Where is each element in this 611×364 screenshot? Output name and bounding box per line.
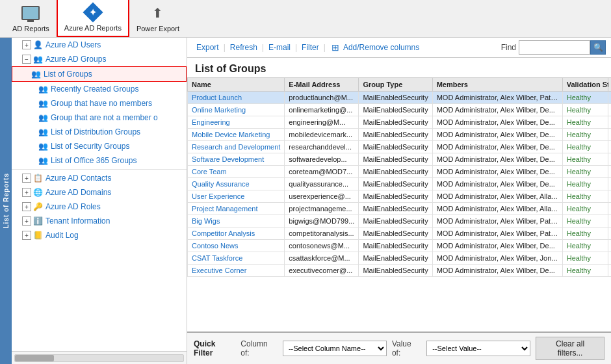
azure-ad-reports-button[interactable]: ✦ Azure AD Reports	[57, 0, 129, 37]
cell-name[interactable]: Quality Assurance	[188, 178, 285, 190]
cell-name[interactable]: Project Management	[188, 203, 285, 215]
col-desc[interactable]: Desc	[608, 78, 611, 92]
nav-list-security-groups[interactable]: 👥 List of Security Groups	[12, 139, 187, 153]
search-box: Find 🔍	[501, 40, 606, 55]
col-validation-status[interactable]: Validation Status	[562, 78, 608, 92]
cell-desc: Centra	[608, 153, 611, 166]
search-input[interactable]	[519, 40, 590, 55]
search-button[interactable]: 🔍	[590, 40, 606, 55]
ad-reports-button[interactable]: AD Reports	[5, 0, 57, 37]
expand-contacts[interactable]: +	[22, 174, 31, 183]
table-row[interactable]: Big Wigsbigwigs@MOD799...MailEnabledSecu…	[188, 215, 612, 228]
column-of-label: Column of:	[240, 339, 278, 358]
nav-list-office365-groups[interactable]: 👥 List of Office 365 Groups	[12, 153, 187, 168]
cell-email: engineering@M...	[285, 116, 359, 129]
cell-desc: Mobile	[608, 129, 611, 141]
value-select[interactable]: --Select Value--	[426, 341, 530, 356]
expand-azure-ad-users[interactable]: +	[22, 40, 31, 49]
export-button[interactable]: Export	[192, 42, 223, 53]
table-row[interactable]: Project Managementprojectmanageme...Mail…	[188, 203, 612, 215]
nav-group-not-member-of[interactable]: 👥 Group that are not a member o	[12, 110, 187, 125]
table-row[interactable]: User Experienceuserexperience@...MailEna…	[188, 190, 612, 203]
cell-status: Healthy	[562, 116, 608, 129]
cell-name[interactable]: Big Wigs	[188, 215, 285, 228]
cell-members: MOD Administrator, Alex Wilber, De...	[432, 240, 562, 252]
table-row[interactable]: Executive Cornerexecutivecorner@...MailE…	[188, 265, 612, 277]
expand-tenant[interactable]: +	[22, 216, 31, 226]
cell-group-type: MailEnabledSecurity	[359, 215, 432, 228]
nav-recently-created-groups[interactable]: 👥 Recently Created Groups	[12, 82, 187, 96]
table-row[interactable]: Research and Developmentresearchanddevel…	[188, 141, 612, 153]
value-of-label: Value of:	[392, 339, 421, 358]
left-h-scrollbar[interactable]	[14, 354, 184, 362]
nav-group-no-members[interactable]: 👥 Group that have no members	[12, 96, 187, 110]
quick-filter-bar: Quick Filter Column of: --Select Column …	[187, 332, 611, 364]
list-groups-icon: 👥	[31, 69, 41, 79]
nav-azure-ad-groups[interactable]: − 👥 Azure AD Groups	[12, 52, 187, 66]
table-row[interactable]: Core Teamcoreteam@MOD7...MailEnabledSecu…	[188, 166, 612, 178]
table-row[interactable]: Software Developmentsoftwaredevelop...Ma…	[188, 153, 612, 166]
table-row[interactable]: Quality Assurancequalityassurance...Mail…	[188, 178, 612, 190]
nav-azure-ad-users[interactable]: + 👤 Azure AD Users	[12, 38, 187, 52]
cell-name[interactable]: Product Launch	[188, 92, 285, 104]
clear-all-filters-button[interactable]: Clear all filters...	[536, 337, 604, 360]
cell-email: softwaredevelop...	[285, 153, 359, 166]
add-remove-columns-button[interactable]: ⊞ Add/Remove columns	[326, 41, 423, 54]
cell-status: Healthy	[562, 252, 608, 265]
column-select[interactable]: --Select Column Name--	[283, 341, 387, 356]
table-wrapper: Name E-Mail Address Group Type Members V…	[187, 77, 611, 332]
cell-email: csattaskforce@M...	[285, 252, 359, 265]
cell-name[interactable]: Online Marketing	[188, 104, 285, 116]
nav-azure-ad-contacts[interactable]: + 📋 Azure AD Contacts	[12, 171, 187, 185]
nav-list-of-groups-label: List of Groups	[44, 70, 92, 79]
expand-roles[interactable]: +	[22, 202, 31, 211]
not-member-icon: 👥	[38, 112, 48, 123]
col-name[interactable]: Name	[188, 78, 285, 92]
reports-sidebar-label: List of Reports	[3, 173, 10, 229]
cell-name[interactable]: Engineering	[188, 116, 285, 129]
expand-audit[interactable]: +	[22, 231, 31, 240]
cell-desc: Qualit	[608, 178, 611, 190]
reports-sidebar[interactable]: List of Reports	[0, 38, 12, 364]
cell-name[interactable]: User Experience	[188, 190, 285, 203]
nav-azure-ad-domains[interactable]: + 🌐 Azure AD Domains	[12, 185, 187, 200]
cell-status: Healthy	[562, 141, 608, 153]
cell-name[interactable]: Software Development	[188, 153, 285, 166]
cell-status: Healthy	[562, 178, 608, 190]
refresh-button[interactable]: Refresh	[226, 42, 261, 53]
table-row[interactable]: Online Marketingonlinemarketing@...MailE…	[188, 104, 612, 116]
email-button[interactable]: E-mail	[265, 42, 294, 53]
nav-list-distribution-groups[interactable]: 👥 List of Distribution Groups	[12, 125, 187, 139]
cell-name[interactable]: Competitor Analysis	[188, 228, 285, 240]
domains-icon: 🌐	[32, 187, 43, 198]
cell-members: MOD Administrator, Alex Wilber, De...	[432, 166, 562, 178]
col-members[interactable]: Members	[432, 78, 562, 92]
cell-name[interactable]: Executive Corner	[188, 265, 285, 277]
col-email[interactable]: E-Mail Address	[285, 78, 359, 92]
cell-group-type: MailEnabledSecurity	[359, 203, 432, 215]
table-row[interactable]: Contoso Newscontosonews@M...MailEnabledS…	[188, 240, 612, 252]
power-export-button[interactable]: ⬆ Power Export	[129, 0, 187, 37]
cell-name[interactable]: Research and Development	[188, 141, 285, 153]
cell-name[interactable]: CSAT Taskforce	[188, 252, 285, 265]
col-group-type[interactable]: Group Type	[359, 78, 432, 92]
table-row[interactable]: Engineeringengineering@M...MailEnabledSe…	[188, 116, 612, 129]
expand-azure-ad-groups[interactable]: −	[22, 55, 31, 64]
nav-tenant-information[interactable]: + ℹ️ Tenant Information	[12, 214, 187, 228]
cell-name[interactable]: Mobile Device Marketing	[188, 129, 285, 141]
table-row[interactable]: Competitor Analysiscompetitoranalysis...…	[188, 228, 612, 240]
cell-name[interactable]: Core Team	[188, 166, 285, 178]
find-label: Find	[501, 43, 516, 52]
table-row[interactable]: Mobile Device Marketingmobiledevicemark.…	[188, 129, 612, 141]
nav-roles-label: Azure AD Roles	[46, 202, 101, 211]
nav-audit-log[interactable]: + 📒 Audit Log	[12, 228, 187, 242]
cell-desc: A foru	[608, 166, 611, 178]
cell-name[interactable]: Contoso News	[188, 240, 285, 252]
nav-list-of-groups[interactable]: 👥 List of Groups	[12, 66, 187, 82]
expand-domains[interactable]: +	[22, 188, 31, 197]
nav-azure-ad-roles[interactable]: + 🔑 Azure AD Roles	[12, 200, 187, 214]
filter-button[interactable]: Filter	[298, 42, 323, 53]
table-row[interactable]: Product Launchproductlaunch@M...MailEnab…	[188, 92, 612, 104]
add-remove-label: Add/Remove columns	[343, 43, 419, 52]
table-row[interactable]: CSAT Taskforcecsattaskforce@M...MailEnab…	[188, 252, 612, 265]
